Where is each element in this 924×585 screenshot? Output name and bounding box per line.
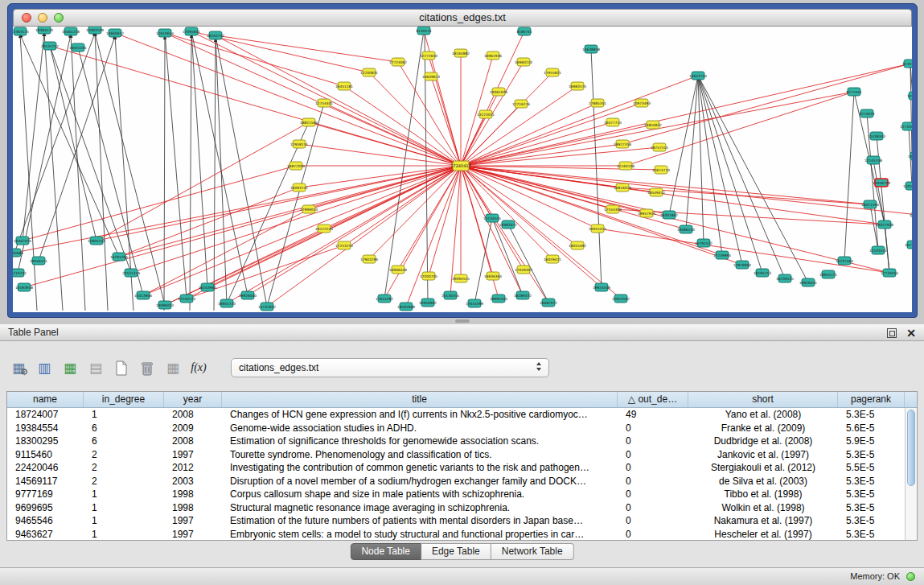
- table-panel: Table Panel ✕ ▦ ⚙ ▥ ▦ ▤: [0, 324, 924, 567]
- table-body: 1872400712008Changes of HCN gene express…: [7, 408, 917, 541]
- graph-edge: [698, 76, 785, 278]
- delete-table-button[interactable]: [137, 357, 158, 378]
- table-vertical-scrollbar[interactable]: [905, 408, 917, 540]
- table-cell: 0: [618, 528, 688, 542]
- graph-node: 16960210: [515, 58, 532, 66]
- column-header-out-degree[interactable]: △ out_de…: [618, 392, 688, 407]
- graph-node: 18301862: [660, 211, 678, 219]
- graph-node: 15134545: [483, 214, 501, 222]
- node-layer: 1236312518384570164612181008310914660652…: [13, 27, 912, 311]
- column-header-name[interactable]: name: [7, 392, 84, 407]
- svg-text:18384570: 18384570: [35, 28, 53, 32]
- network-view[interactable]: 1236312518384570164612181008310914660652…: [13, 27, 912, 312]
- table-cell: 1: [84, 501, 164, 515]
- graph-node: 12200831: [360, 68, 378, 76]
- window-titlebar[interactable]: citations_edges.txt: [13, 9, 912, 27]
- svg-text:17253254: 17253254: [335, 244, 353, 248]
- table-cell: 9777169: [7, 488, 84, 501]
- table-cell: 19384554: [7, 422, 84, 435]
- table-row[interactable]: 1872400712008Changes of HCN gene express…: [7, 408, 917, 422]
- table-row[interactable]: 969969511998Structural magnetic resonanc…: [7, 501, 917, 515]
- memory-status-indicator: [906, 572, 915, 581]
- graph-edge: [119, 187, 299, 257]
- svg-text:16936364: 16936364: [484, 274, 502, 278]
- svg-text:15905153: 15905153: [88, 239, 105, 243]
- table-row[interactable]: 1830029562008Estimation of significance …: [7, 435, 917, 448]
- table-row[interactable]: 1938455462009Genome-wide association stu…: [7, 422, 917, 435]
- graph-node: 14027938: [876, 220, 893, 229]
- column-header-year[interactable]: year: [164, 392, 222, 407]
- svg-text:16021594: 16021594: [861, 203, 879, 207]
- table-row[interactable]: 2242004622012Investigating the contribut…: [7, 461, 917, 475]
- graph-edge: [165, 33, 187, 299]
- svg-text:19094515: 19094515: [452, 277, 470, 281]
- svg-text:10083109: 10083109: [86, 28, 104, 32]
- row-tools-button[interactable]: ▤: [85, 357, 106, 378]
- show-columns-button[interactable]: ▥: [34, 357, 55, 378]
- table-cell: 2: [84, 475, 164, 488]
- graph-node: 14872004: [287, 162, 305, 170]
- column-header-in-degree[interactable]: in_degree: [84, 392, 164, 407]
- memory-status-label: Memory: OK: [850, 571, 900, 581]
- scrollbar-thumb[interactable]: [907, 410, 915, 486]
- create-table-button[interactable]: [111, 357, 132, 378]
- svg-text:15958709: 15958709: [873, 181, 890, 185]
- table-toolbar: ▦ ⚙ ▥ ▦ ▤ ▦: [8, 356, 209, 379]
- table-cell: 5.3E-5: [838, 475, 905, 488]
- column-header-title[interactable]: title: [222, 392, 618, 407]
- svg-text:17240417: 17240417: [450, 163, 470, 168]
- table-selector-dropdown[interactable]: citations_edges.txt: [231, 358, 549, 377]
- close-panel-icon[interactable]: ✕: [906, 327, 916, 340]
- graph-node: 14638858: [582, 45, 600, 53]
- graph-edge: [461, 122, 613, 166]
- tab-node-table[interactable]: Node Table: [350, 543, 421, 560]
- tab-network-table[interactable]: Network Table: [491, 543, 574, 560]
- graph-edge: [474, 218, 492, 303]
- graph-node: 16239135: [776, 274, 794, 282]
- graph-node: 19086053: [156, 301, 174, 309]
- import-table-button[interactable]: ▦: [162, 357, 183, 378]
- svg-text:18195713: 18195713: [754, 271, 771, 275]
- table-row[interactable]: 911546021997Tourette syndrome. Phenomeno…: [7, 448, 917, 462]
- table-cell: 0: [618, 461, 688, 475]
- table-cell: Investigating the contribution of common…: [222, 461, 618, 475]
- svg-text:19086100: 19086100: [677, 228, 695, 232]
- svg-text:12754401: 12754401: [315, 101, 333, 105]
- svg-text:17614282: 17614282: [376, 297, 393, 301]
- svg-text:18289372: 18289372: [514, 294, 532, 298]
- svg-text:19061926: 19061926: [490, 90, 507, 94]
- column-header-short[interactable]: short: [688, 392, 838, 407]
- svg-text:9277441: 9277441: [846, 90, 861, 94]
- table-panel-title: Table Panel: [8, 327, 59, 338]
- tab-edge-table[interactable]: Edge Table: [421, 543, 491, 560]
- svg-text:15134545: 15134545: [483, 216, 501, 220]
- panel-splitter-handle[interactable]: [455, 319, 470, 323]
- table-row[interactable]: 946554611997Estimation of the future num…: [7, 514, 917, 528]
- svg-text:14732602: 14732602: [258, 305, 276, 309]
- graph-node: 19086100: [677, 225, 695, 233]
- graph-node: 18289372: [514, 291, 532, 299]
- column-header-pagerank[interactable]: pagerank: [838, 392, 905, 407]
- svg-text:16649613: 16649613: [422, 75, 440, 79]
- graph-edge: [686, 76, 698, 229]
- table-row[interactable]: 946362711997Embryonic stem cells: a mode…: [7, 528, 917, 542]
- window-title: citations_edges.txt: [14, 10, 911, 26]
- svg-text:12958151: 12958151: [290, 142, 308, 146]
- table-row[interactable]: 977716911998Corpus callosum shape and si…: [7, 488, 917, 501]
- graph-node: 15219741: [13, 269, 27, 277]
- graph-node: 17879960: [733, 261, 751, 269]
- svg-text:18263752: 18263752: [207, 34, 224, 38]
- table-header-row: name in_degree year title △ out_de… shor…: [7, 392, 917, 408]
- merge-tables-button[interactable]: ▦: [60, 357, 80, 378]
- svg-text:17614399: 17614399: [466, 302, 483, 306]
- table-tabs: Node Table Edge Table Network Table: [350, 543, 573, 560]
- svg-text:16462024: 16462024: [14, 239, 31, 243]
- function-builder-button[interactable]: f(x): [188, 357, 209, 378]
- graph-node: 13056465: [903, 182, 912, 190]
- table-cell: 2008: [164, 435, 222, 448]
- svg-text:12160108: 12160108: [617, 164, 634, 168]
- float-panel-icon[interactable]: [887, 328, 897, 338]
- table-row[interactable]: 1456911722003Disruption of a novel membe…: [7, 475, 917, 488]
- table-settings-button[interactable]: ▦ ⚙: [8, 357, 29, 378]
- table-panel-header[interactable]: Table Panel ✕: [0, 324, 924, 341]
